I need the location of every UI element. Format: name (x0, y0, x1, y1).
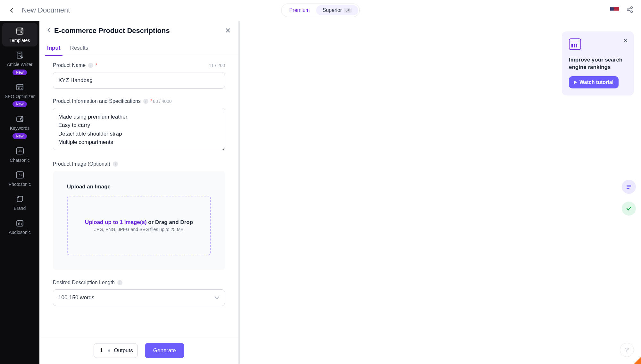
play-icon (574, 80, 577, 84)
product-info-textarea[interactable] (53, 108, 225, 150)
plan-premium[interactable]: Premium (283, 5, 316, 15)
templates-icon (15, 27, 24, 36)
sidebar-item-templates[interactable]: Templates (2, 23, 37, 46)
panel-back-button[interactable] (47, 28, 50, 34)
svg-line-4 (629, 10, 631, 11)
language-flag-us[interactable] (610, 7, 619, 13)
sidebar-item-chatsonic[interactable]: CS Chatsonic (2, 143, 37, 166)
upload-subtext: JPG, PNG, JPEG and SVG files up to 25 MB (94, 227, 184, 232)
photosonic-icon: PS (15, 170, 24, 179)
tutorial-close-button[interactable]: ✕ (623, 37, 628, 44)
svg-point-7 (21, 29, 22, 29)
tutorial-card: ✕ Improve your search engine rankings Wa… (562, 31, 634, 95)
outputs-stepper[interactable]: 1 ▲ ▼ Outputs (94, 343, 137, 358)
sidebar-item-brand[interactable]: Brand (2, 191, 37, 214)
required-mark: * (95, 62, 97, 68)
audiosonic-icon (15, 219, 24, 228)
document-title: New Document (22, 6, 70, 14)
panel-close-button[interactable]: ✕ (225, 27, 231, 35)
keywords-icon (15, 114, 24, 123)
sidebar-item-article-writer[interactable]: Article Writer New (2, 47, 37, 79)
outputs-label: Outputs (114, 347, 133, 354)
info-icon[interactable]: i (117, 280, 122, 285)
analytics-icon (569, 38, 581, 50)
product-name-label: Product Name (53, 62, 86, 68)
info-icon[interactable]: i (113, 161, 118, 167)
chevron-down-icon (214, 294, 220, 301)
chevron-down-icon[interactable]: ▼ (107, 351, 111, 352)
required-mark: * (150, 98, 152, 104)
sidebar-item-photosonic[interactable]: PS Photosonic (2, 167, 37, 190)
sidebar-item-label: Article Writer (7, 62, 33, 67)
product-info-label: Product Information and Specifications (53, 98, 141, 104)
new-badge: New (12, 133, 27, 139)
upload-rest: or Drag and Drop (147, 219, 193, 225)
product-info-count: 88 / 4000 (153, 99, 171, 104)
product-name-count: 11 / 200 (209, 63, 225, 68)
svg-point-0 (631, 7, 633, 9)
tab-results[interactable]: Results (70, 41, 88, 56)
plan-toggle: Premium Superior 6X (281, 4, 360, 17)
watch-tutorial-button[interactable]: Watch tutorial (569, 76, 619, 88)
upload-title: Upload an Image (67, 184, 211, 190)
sidebar-item-label: Brand (14, 206, 26, 211)
panel-title: E-commerce Product Descriptions (54, 27, 170, 35)
form-panel: E-commerce Product Descriptions ✕ Input … (39, 21, 239, 364)
generate-button[interactable]: Generate (145, 343, 184, 358)
info-icon[interactable]: i (88, 63, 93, 68)
article-writer-icon (15, 51, 24, 60)
brand-icon (15, 194, 24, 203)
length-value: 100-150 words (58, 294, 94, 301)
product-name-input[interactable] (53, 72, 225, 89)
share-button[interactable] (626, 6, 633, 14)
sidebar-item-audiosonic[interactable]: Audiosonic (2, 215, 37, 238)
chatsonic-icon: CS (15, 146, 24, 155)
sidebar-item-label: Keywords (10, 126, 29, 131)
plan-badge: 6X (344, 8, 352, 13)
stepper-arrows[interactable]: ▲ ▼ (107, 349, 111, 352)
sidebar: Templates Article Writer New SEO Optimiz… (0, 21, 39, 364)
grammar-check-button[interactable] (622, 202, 636, 216)
new-badge: New (12, 70, 27, 75)
back-button[interactable] (8, 6, 15, 14)
svg-point-2 (631, 11, 633, 12)
outputs-value: 1 (98, 347, 104, 354)
sidebar-item-seo-optimizer[interactable]: SEO Optimizer New (2, 79, 37, 111)
svg-point-1 (627, 9, 629, 11)
seo-optimizer-icon (15, 83, 24, 92)
sidebar-item-label: Audiosonic (9, 230, 31, 235)
plan-superior-label: Superior (322, 7, 342, 13)
tutorial-title: Improve your search engine rankings (569, 56, 627, 71)
help-button[interactable]: ? (620, 343, 634, 357)
sidebar-item-label: SEO Optimizer (5, 94, 35, 99)
corner-decoration (634, 357, 641, 364)
svg-point-19 (21, 116, 22, 117)
sidebar-item-keywords[interactable]: Keywords New (2, 111, 37, 142)
info-icon[interactable]: i (143, 99, 148, 104)
upload-link[interactable]: Upload up to 1 image(s) (85, 219, 147, 225)
sidebar-item-label: Templates (10, 38, 30, 43)
plan-superior[interactable]: Superior 6X (316, 5, 358, 15)
product-image-label: Product Image (Optional) (53, 161, 110, 167)
tab-input[interactable]: Input (47, 41, 61, 56)
sidebar-item-label: Photosonic (9, 182, 31, 187)
svg-line-3 (629, 8, 631, 9)
sidebar-item-label: Chatsonic (10, 158, 29, 163)
length-select[interactable]: 100-150 words (53, 289, 225, 306)
document-stats-button[interactable] (622, 180, 636, 194)
upload-dropzone[interactable]: Upload up to 1 image(s) or Drag and Drop… (67, 196, 211, 255)
new-badge: New (12, 101, 27, 107)
length-label: Desired Description Length (53, 280, 115, 285)
tutorial-button-label: Watch tutorial (579, 79, 613, 85)
